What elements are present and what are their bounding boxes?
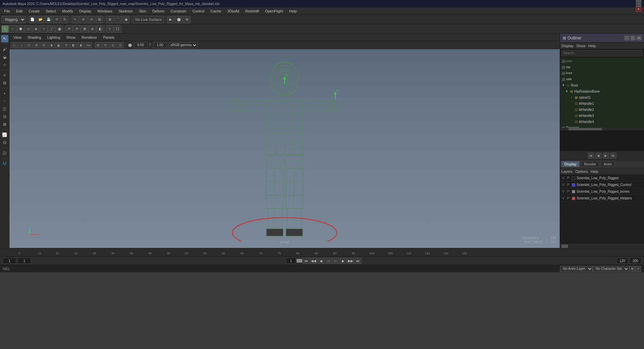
snap-point-button[interactable]: ◉ — [122, 16, 130, 23]
open-file-button[interactable]: 📂 — [37, 16, 44, 23]
menu-redshift[interactable]: Redshift — [243, 8, 262, 14]
menu-display[interactable]: Display — [77, 8, 94, 14]
max-frame-input[interactable] — [630, 258, 641, 264]
panel-prev-button[interactable]: ⏮ — [588, 153, 594, 159]
menu-control[interactable]: Control — [190, 8, 207, 14]
layer-v-3[interactable]: V — [562, 196, 564, 200]
vp-shaded-button[interactable]: ◑ — [48, 42, 55, 48]
vp-select-all-button[interactable]: ⊞ — [33, 42, 40, 48]
menu-file[interactable]: File — [1, 8, 13, 14]
display-layers-button[interactable]: ≡ — [1, 71, 8, 79]
quick-layout-1[interactable]: ▪ — [1, 90, 8, 97]
component-button[interactable]: ◈ — [32, 25, 40, 33]
no-character-set-select[interactable]: No Character Set — [593, 266, 629, 272]
tree-item-front[interactable]: 🎥 front — [560, 70, 644, 76]
snap-curve-button[interactable]: ⌒ — [114, 16, 122, 23]
layer-p-3[interactable]: P — [567, 196, 569, 200]
undo-button[interactable]: ↺ — [53, 16, 60, 23]
panel-next-button[interactable]: ⏭ — [610, 153, 616, 159]
tree-item-ikhandle2[interactable]: ⊡ ikHandle2 — [560, 106, 644, 113]
ipr-button[interactable]: ⬤ — [175, 16, 182, 23]
jump-start-button[interactable]: ⏮ — [303, 258, 310, 264]
vp-colorspace-select[interactable]: sRGB gamma — [169, 42, 198, 48]
menu-skin[interactable]: Skin — [136, 8, 149, 14]
edge-button[interactable]: ╱ — [48, 25, 55, 33]
outliner-menu-help[interactable]: Help — [588, 44, 596, 48]
paint-select-button[interactable]: ⬟ — [17, 25, 24, 33]
tree-item-spine01[interactable]: + ⊠ spine01 — [560, 94, 644, 100]
vp-hud-button[interactable]: ⊡ — [102, 42, 109, 48]
vp-shadow-button[interactable]: ◧ — [70, 42, 77, 48]
play-forward-button[interactable]: ▷ — [332, 258, 339, 264]
plus-button[interactable]: + — [106, 25, 114, 33]
menu-skeleton[interactable]: Skeleton — [116, 8, 136, 14]
rotate-tool-button[interactable]: ↺ — [88, 16, 95, 23]
render-settings-button[interactable]: ⚙ — [183, 16, 191, 23]
tab-render[interactable]: Render — [581, 161, 599, 167]
sculpt-button[interactable]: ◒ — [1, 53, 8, 61]
outliner-maximize-button[interactable]: □ — [631, 36, 635, 40]
close-button[interactable]: ✕ — [636, 6, 641, 12]
menu-constrain[interactable]: Constrain — [168, 8, 189, 14]
menu-cache[interactable]: Cache — [208, 8, 224, 14]
move-tool-button[interactable]: ✛ — [80, 16, 87, 23]
range-end-input[interactable] — [616, 258, 628, 264]
tree-item-side[interactable]: 🎥 side — [560, 76, 644, 82]
graph-editor-button[interactable]: 📈 — [1, 131, 8, 138]
outliner-menu-display[interactable]: Display — [561, 44, 574, 48]
menu-3dtoall[interactable]: 3DtoAll — [225, 8, 242, 14]
panel-prev2-button[interactable]: ◀ — [595, 153, 602, 159]
frame-marker-input[interactable] — [286, 258, 296, 264]
tree-item-ikhandle3[interactable]: ⊡ ikHandle3 — [560, 113, 644, 119]
play-back-button[interactable]: ◁ — [325, 258, 332, 264]
vp-menu-shading[interactable]: Shading — [25, 35, 44, 40]
outliner-scrollbar[interactable] — [560, 128, 644, 130]
vp-home-button[interactable]: ⌂ — [18, 42, 25, 48]
subtab-help[interactable]: Help — [591, 169, 598, 173]
select-mode-button[interactable]: ↖ — [1, 35, 8, 42]
jump-end-button[interactable]: ⏭ — [355, 258, 361, 264]
last-tool-button[interactable]: ◧ — [96, 25, 104, 33]
face-button[interactable]: ▣ — [56, 25, 63, 33]
render-button[interactable]: ▶ — [167, 16, 174, 23]
vp-camera-button[interactable]: 🎥 — [11, 42, 18, 48]
vp-menu-show[interactable]: Show — [64, 35, 79, 40]
snap-grid-button[interactable]: ⊞ — [106, 16, 114, 23]
timeline-ruler[interactable]: 5 10 15 20 25 30 35 40 45 50 55 60 65 70… — [0, 248, 644, 256]
tree-item-reagent[interactable]: ⊞ Reagent — [560, 125, 644, 128]
tree-item-top[interactable]: 🎥 top — [560, 64, 644, 70]
outliner-tree[interactable]: 🎥 perp 🎥 top 🎥 front 🎥 side ▼ □ — [560, 57, 644, 128]
layer-v-2[interactable]: V — [562, 190, 564, 193]
rect-select-button[interactable]: ▭ — [25, 25, 32, 33]
paint-tool-button[interactable]: 🖌 — [1, 45, 8, 53]
layer-v-1[interactable]: V — [562, 183, 564, 187]
tree-item-ikhandle4[interactable]: ⊡ ikHandle4 — [560, 119, 644, 125]
vp-wireframe-button[interactable]: ⊟ — [40, 42, 47, 48]
channel-box-button[interactable]: ⊞ — [1, 79, 8, 87]
vp-light-button[interactable]: ☀ — [63, 42, 69, 48]
outliner-minimize-button[interactable]: ─ — [624, 36, 629, 40]
vp-gamma-input[interactable] — [153, 42, 167, 48]
quick-layout-3[interactable]: ◫ — [1, 105, 8, 113]
frame-current-input[interactable] — [18, 258, 31, 264]
layer-item-1[interactable]: V P Scientist_Low_Poly_Rigged_Control — [560, 182, 644, 188]
quick-layout-5[interactable]: ⊠ — [1, 121, 8, 128]
layer-p-1[interactable]: P — [567, 183, 569, 187]
layer-item-3[interactable]: V P Scientist_Low_Poly_Rigged_Helpers — [560, 195, 644, 202]
vp-menu-view[interactable]: View — [11, 35, 24, 40]
save-file-button[interactable]: 💾 — [45, 16, 52, 23]
outliner-close-button[interactable]: ✕ — [637, 36, 641, 40]
next-frame-button[interactable]: ▶▶ — [347, 258, 354, 264]
tree-item-ikhandle1[interactable]: ⊡ ikHandle1 — [560, 100, 644, 106]
outliner-search-input[interactable] — [561, 50, 643, 56]
lasso-select-button[interactable]: ⌐ — [9, 25, 17, 33]
maximize-button[interactable]: □ — [636, 1, 641, 6]
scale-tool-2-button[interactable]: ⊠ — [81, 25, 88, 33]
select-tool-button[interactable]: ↖ — [71, 16, 79, 23]
snap-button[interactable]: ⊹ — [1, 61, 8, 68]
menu-edit[interactable]: Edit — [13, 8, 25, 14]
universal-tool-button[interactable]: ⊛ — [89, 25, 96, 33]
menu-modify[interactable]: Modify — [59, 8, 76, 14]
subtab-options[interactable]: Options — [575, 169, 588, 173]
arrow-select-button[interactable]: ↖ — [1, 25, 9, 33]
